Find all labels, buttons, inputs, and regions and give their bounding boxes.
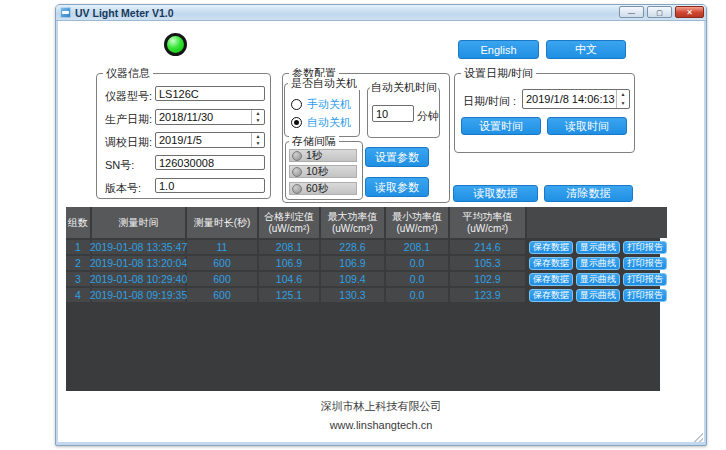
sn-input[interactable] (155, 155, 265, 170)
spin-down-icon[interactable]: ▼ (621, 101, 626, 106)
show-curve-button[interactable]: 显示曲线 (576, 257, 620, 270)
disabled-radio-icon (292, 151, 302, 161)
save-data-button[interactable]: 保存数据 (529, 273, 573, 286)
table-cell-duration: 600 (187, 256, 257, 270)
table-cell-max: 228.6 (321, 240, 384, 254)
table-header-min-power: 最小功率值(uW/cm²) (386, 207, 448, 238)
read-time-button[interactable]: 读取时间 (547, 117, 627, 135)
table-cell-min: 0.0 (386, 256, 448, 270)
english-language-button[interactable]: English (458, 40, 539, 59)
window-title: UV Light Meter V1.0 (75, 7, 174, 19)
table-cell-min: 0.0 (386, 272, 448, 286)
show-curve-button[interactable]: 显示曲线 (576, 273, 620, 286)
table-cell-duration: 11 (187, 240, 257, 254)
version-input[interactable] (155, 178, 265, 193)
table-cell-time: 2019-01-08 13:20:04 (92, 256, 185, 270)
production-date-spinner: ▲▼ (155, 109, 265, 125)
table-cell-pass: 106.9 (259, 256, 319, 270)
app-window: UV Light Meter V1.0 — ▢ ✕ English 中文 仪器信… (55, 4, 707, 446)
table-cell-pass: 104.6 (259, 272, 319, 286)
spin-down-icon[interactable]: ▼ (256, 141, 261, 146)
show-curve-button[interactable]: 显示曲线 (576, 241, 620, 254)
manual-shutdown-label: 手动关机 (307, 97, 351, 112)
spin-up-icon[interactable]: ▲ (256, 111, 261, 116)
table-cell-max: 109.4 (321, 272, 384, 286)
auto-off-time-title: 自动关机时间 (370, 81, 438, 94)
show-curve-button[interactable]: 显示曲线 (576, 289, 620, 302)
datetime-spin-arrows[interactable]: ▲▼ (616, 90, 629, 108)
close-button[interactable]: ✕ (675, 6, 704, 18)
version-label: 版本号: (105, 181, 141, 196)
chinese-language-button[interactable]: 中文 (546, 40, 626, 59)
instrument-info-title: 仪器信息 (103, 67, 153, 80)
save-data-button[interactable]: 保存数据 (529, 289, 573, 302)
interval-10s-radio: 10秒 (289, 165, 357, 178)
save-data-button[interactable]: 保存数据 (529, 241, 573, 254)
auto-shutdown-label: 自动关机 (307, 115, 351, 130)
website-link[interactable]: www.linshangtech.cn (56, 419, 706, 431)
radio-selected-icon[interactable] (291, 117, 302, 128)
table-cell-avg: 123.9 (450, 288, 525, 302)
calibration-date-spin-arrows[interactable]: ▲▼ (251, 133, 264, 147)
table-header-group: 组数 (66, 207, 90, 238)
interval-60s-radio: 60秒 (289, 182, 357, 195)
calibration-date-spinner: ▲▼ (155, 132, 265, 148)
table-cell-group: 2 (66, 256, 90, 270)
datetime-label: 日期/时间 : (463, 94, 516, 109)
set-params-button[interactable]: 设置参数 (365, 147, 429, 167)
sn-label: SN号: (105, 158, 134, 173)
auto-shutdown-radio[interactable]: 自动关机 (291, 115, 351, 130)
table-header-time: 测量时间 (92, 207, 185, 238)
app-icon (60, 7, 71, 18)
table-cell-max: 106.9 (321, 256, 384, 270)
set-time-button[interactable]: 设置时间 (461, 117, 541, 135)
print-report-button[interactable]: 打印报告 (623, 289, 667, 302)
resize-grip[interactable] (694, 433, 703, 442)
table-row-actions: 保存数据 显示曲线 打印报告 (527, 288, 667, 302)
spin-up-icon[interactable]: ▲ (256, 134, 261, 139)
interval-1s-radio: 1秒 (289, 149, 357, 162)
spin-up-icon[interactable]: ▲ (621, 92, 626, 97)
minimize-button[interactable]: — (619, 6, 644, 18)
print-report-button[interactable]: 打印报告 (623, 257, 667, 270)
save-data-button[interactable]: 保存数据 (529, 257, 573, 270)
production-date-input[interactable] (156, 110, 257, 124)
datetime-input[interactable] (523, 90, 622, 108)
production-date-spin-arrows[interactable]: ▲▼ (251, 110, 264, 124)
table-cell-avg: 105.3 (450, 256, 525, 270)
radio-circle-icon[interactable] (291, 99, 302, 110)
print-report-button[interactable]: 打印报告 (623, 273, 667, 286)
table-row-actions: 保存数据 显示曲线 打印报告 (527, 240, 667, 254)
calibration-date-input[interactable] (156, 133, 257, 147)
manual-shutdown-radio[interactable]: 手动关机 (291, 97, 351, 112)
auto-off-minutes-input[interactable] (372, 105, 414, 122)
company-name: 深圳市林上科技有限公司 (56, 399, 706, 414)
minutes-unit-label: 分钟 (417, 109, 439, 124)
model-input[interactable] (155, 86, 265, 101)
disabled-radio-icon (292, 167, 302, 177)
storage-interval-group: 存储间隔 1秒 10秒 60秒 (285, 141, 363, 200)
title-bar[interactable]: UV Light Meter V1.0 — ▢ ✕ (56, 5, 706, 21)
datetime-spinner: ▲▼ (522, 89, 630, 109)
read-data-button[interactable]: 读取数据 (453, 185, 538, 202)
datetime-group: 设置日期/时间 日期/时间 : ▲▼ 设置时间 读取时间 (454, 73, 635, 153)
connection-status-led-icon (164, 33, 187, 56)
table-header-actions (527, 207, 667, 238)
table-cell-duration: 600 (187, 272, 257, 286)
table-cell-min: 208.1 (386, 240, 448, 254)
table-cell-min: 0.0 (386, 288, 448, 302)
storage-interval-title: 存储间隔 (289, 135, 339, 148)
clear-data-button[interactable]: 清除数据 (544, 185, 633, 202)
instrument-info-group: 仪器信息 仪器型号: 生产日期: ▲▼ 调校日期: ▲▼ SN号: 版本号: (96, 73, 271, 199)
print-report-button[interactable]: 打印报告 (623, 241, 667, 254)
table-cell-time: 2019-01-08 10:29:40 (92, 272, 185, 286)
read-params-button[interactable]: 读取参数 (365, 177, 429, 197)
table-header-max-power: 最大功率值(uW/cm²) (321, 207, 384, 238)
datetime-group-title: 设置日期/时间 (461, 67, 536, 80)
measurement-table: 组数 测量时间 测量时长(秒) 合格判定值(uW/cm²) 最大功率值(uW/c… (66, 207, 660, 391)
calibration-date-label: 调校日期: (105, 135, 152, 150)
maximize-button[interactable]: ▢ (647, 6, 672, 18)
table-header-pass-value: 合格判定值(uW/cm²) (259, 207, 319, 238)
spin-down-icon[interactable]: ▼ (256, 118, 261, 123)
table-row-actions: 保存数据 显示曲线 打印报告 (527, 272, 667, 286)
